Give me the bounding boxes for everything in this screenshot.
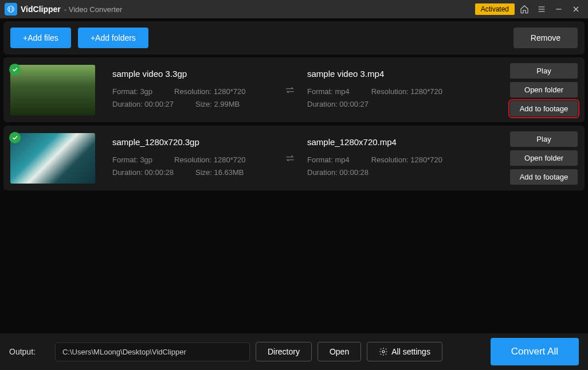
app-icon: [5, 3, 17, 15]
row-actions: Play Open folder Add to footage: [510, 63, 578, 116]
gear-icon: [379, 347, 388, 356]
dest-info: sample video 3.mp4 Format: mp4 Resolutio…: [307, 69, 510, 111]
convert-arrow-icon: [279, 153, 301, 164]
source-filename: sample_1280x720.3gp: [112, 137, 279, 147]
all-settings-label: All settings: [391, 347, 430, 356]
minimize-icon[interactable]: [551, 2, 566, 17]
menu-icon[interactable]: [534, 2, 549, 17]
file-row[interactable]: sample_1280x720.3gp Format: 3gp Resoluti…: [3, 126, 585, 190]
svg-point-0: [8, 6, 14, 13]
dest-resolution: Resolution: 1280*720: [371, 154, 442, 166]
dest-duration: Duration: 00:00:28: [307, 166, 369, 179]
close-icon[interactable]: [569, 2, 583, 17]
remove-button[interactable]: Remove: [513, 28, 578, 48]
dest-resolution: Resolution: 1280*720: [371, 85, 442, 98]
source-format: Format: 3gp: [112, 154, 152, 166]
add-folders-button[interactable]: +Add folders: [78, 28, 148, 48]
source-filename: sample video 3.3gp: [112, 69, 279, 79]
output-path-field[interactable]: C:\Users\MLoong\Desktop\VidClipper: [55, 342, 250, 361]
add-to-footage-button[interactable]: Add to footage: [510, 101, 578, 116]
file-list: sample video 3.3gp Format: 3gp Resolutio…: [0, 57, 588, 190]
source-size: Size: 16.63MB: [195, 166, 244, 179]
check-icon: [9, 64, 21, 75]
convert-arrow-icon: [279, 84, 301, 96]
dest-format: Format: mp4: [307, 85, 350, 98]
file-row[interactable]: sample video 3.3gp Format: 3gp Resolutio…: [3, 57, 585, 122]
svg-point-1: [382, 350, 385, 353]
output-label: Output:: [9, 347, 36, 356]
open-button[interactable]: Open: [317, 342, 361, 361]
dest-filename: sample_1280x720.mp4: [307, 137, 510, 147]
dest-filename: sample video 3.mp4: [307, 69, 510, 79]
thumbnail: [10, 65, 95, 115]
row-actions: Play Open folder Add to footage: [510, 131, 578, 185]
titlebar: VidClipper - Video Converter Activated: [0, 0, 588, 18]
play-button[interactable]: Play: [510, 63, 578, 79]
activated-badge: Activated: [475, 3, 515, 15]
directory-button[interactable]: Directory: [256, 342, 312, 361]
add-to-footage-button[interactable]: Add to footage: [510, 169, 578, 185]
source-resolution: Resolution: 1280*720: [174, 154, 245, 166]
convert-all-button[interactable]: Convert All: [491, 338, 579, 365]
thumbnail: [10, 133, 95, 184]
source-format: Format: 3gp: [112, 85, 152, 98]
dest-info: sample_1280x720.mp4 Format: mp4 Resoluti…: [307, 137, 510, 179]
source-duration: Duration: 00:00:28: [112, 166, 174, 179]
source-resolution: Resolution: 1280*720: [174, 85, 245, 98]
source-info: sample video 3.3gp Format: 3gp Resolutio…: [112, 69, 279, 111]
dest-duration: Duration: 00:00:27: [307, 98, 369, 111]
open-folder-button[interactable]: Open folder: [510, 82, 578, 98]
toolbar: +Add files +Add folders Remove: [3, 21, 585, 54]
source-info: sample_1280x720.3gp Format: 3gp Resoluti…: [112, 137, 279, 179]
home-icon[interactable]: [517, 2, 532, 17]
add-files-button[interactable]: +Add files: [10, 28, 71, 48]
check-icon: [9, 132, 21, 143]
source-size: Size: 2.99MB: [195, 98, 240, 111]
open-folder-button[interactable]: Open folder: [510, 150, 578, 166]
app-subtitle: - Video Converter: [64, 5, 123, 14]
source-duration: Duration: 00:00:27: [112, 98, 174, 111]
footer: Output: C:\Users\MLoong\Desktop\VidClipp…: [0, 333, 588, 370]
all-settings-button[interactable]: All settings: [367, 342, 442, 361]
play-button[interactable]: Play: [510, 131, 578, 147]
dest-format: Format: mp4: [307, 154, 350, 166]
app-name: VidClipper: [21, 5, 61, 14]
